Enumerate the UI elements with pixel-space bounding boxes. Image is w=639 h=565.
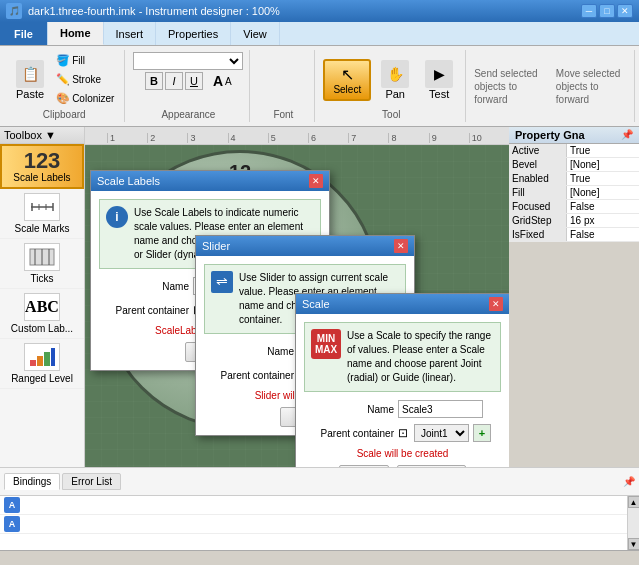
- send-label[interactable]: Send selected objects to forward: [474, 67, 546, 106]
- appearance-group-label: Appearance: [161, 107, 215, 120]
- property-grid: Property Gna 📌 Active True Bevel [None] …: [509, 127, 639, 467]
- paste-button[interactable]: 📋 Paste: [10, 56, 50, 104]
- tab-view[interactable]: View: [231, 22, 280, 45]
- minimize-button[interactable]: ─: [581, 4, 597, 18]
- svg-rect-12: [51, 348, 55, 366]
- scale-info: MINMAX Use a Scale to specify the range …: [304, 322, 501, 392]
- pan-label: Pan: [385, 88, 405, 100]
- stroke-icon: ✏️: [56, 73, 70, 86]
- toolbox-item-custom-labels-label: Custom Lab...: [11, 323, 73, 334]
- pan-button[interactable]: ✋ Pan: [375, 56, 415, 104]
- select-icon: ↖: [333, 65, 361, 84]
- status-bar: [0, 550, 639, 565]
- fill-label: Fill: [72, 55, 85, 66]
- ribbon-group-clipboard: 📋 Paste 🪣 Fill ✏️ Stroke 🎨 Colonizer: [4, 50, 125, 122]
- prop-row-active: Active True: [509, 144, 639, 158]
- svg-rect-9: [30, 360, 36, 366]
- toolbox-header[interactable]: Toolbox ▼: [0, 127, 84, 144]
- custom-labels-icon: ABC: [24, 293, 60, 321]
- ribbon-group-tool: ↖ Select ✋ Pan ▶ Test Tool: [317, 50, 466, 122]
- scale-buttons: OK Cancel: [304, 465, 501, 467]
- bindings-content: A A ▲ ▼: [0, 495, 639, 550]
- underline-button[interactable]: U: [185, 72, 203, 90]
- prop-row-focused: Focused False: [509, 200, 639, 214]
- bindings-scroll-up[interactable]: ▲: [628, 496, 640, 508]
- ranged-level-icon: [24, 343, 60, 371]
- paste-label: Paste: [16, 88, 44, 100]
- slider-close-button[interactable]: ✕: [394, 239, 408, 253]
- font-size-large: A: [213, 73, 223, 89]
- binding-icon-0: A: [4, 497, 20, 513]
- bindings-list: A A: [0, 496, 627, 550]
- toolbox: Toolbox ▼ 123 Scale Labels: [0, 127, 85, 467]
- select-tool-button[interactable]: ↖ Select: [323, 59, 371, 101]
- scale-parent-select[interactable]: Joint1: [414, 424, 469, 442]
- prop-row-fill: Fill [None]: [509, 186, 639, 200]
- pan-icon: ✋: [381, 60, 409, 88]
- ribbon-group-send: Send selected objects to forward Move se…: [468, 50, 635, 122]
- close-button[interactable]: ✕: [617, 4, 633, 18]
- maximize-button[interactable]: □: [599, 4, 615, 18]
- scale-close-button[interactable]: ✕: [489, 297, 503, 311]
- svg-rect-11: [44, 352, 50, 366]
- scale-labels-dialog-title[interactable]: Scale Labels ✕: [91, 171, 329, 191]
- scale-marks-icon: [24, 193, 60, 221]
- scale-add-button[interactable]: +: [473, 424, 491, 442]
- canvas-surface[interactable]: 12 8 7 6 Scale Labels ✕ i Use Scale Labe…: [85, 145, 509, 467]
- test-label: Test: [429, 88, 449, 100]
- move-label[interactable]: Move selected objects to forward: [556, 67, 628, 106]
- font-family-select[interactable]: [133, 52, 243, 70]
- toolbox-item-scale-label: Scale Labels: [13, 172, 70, 183]
- prop-grid-pin[interactable]: 📌: [621, 129, 633, 141]
- test-button[interactable]: ▶ Test: [419, 56, 459, 104]
- slider-dialog-title[interactable]: Slider ✕: [196, 236, 414, 256]
- window-controls: ─ □ ✕: [581, 4, 633, 18]
- toolbox-item-ticks[interactable]: Ticks: [0, 239, 84, 289]
- toolbox-item-scale-element[interactable]: 123 Scale Labels: [0, 144, 84, 189]
- scale-dialog: Scale ✕ MINMAX Use a Scale to specify th…: [295, 293, 509, 467]
- tool-group-label: Tool: [382, 107, 400, 120]
- scale-status: Scale will be created: [304, 448, 501, 459]
- bindings-tab[interactable]: Bindings: [4, 473, 60, 490]
- clipboard-group-label: Clipboard: [43, 107, 86, 120]
- bindings-scroll-down[interactable]: ▼: [628, 538, 640, 550]
- font-size-small: A: [225, 76, 232, 87]
- binding-row-0: A: [0, 496, 627, 515]
- font-group-content: [258, 52, 308, 107]
- scale-ok-button[interactable]: OK: [339, 465, 389, 467]
- ribbon-content: 📋 Paste 🪣 Fill ✏️ Stroke 🎨 Colonizer: [0, 46, 639, 126]
- scale-minmax-icon: MINMAX: [311, 329, 341, 359]
- error-list-tab[interactable]: Error List: [62, 473, 121, 490]
- toolbox-item-scale-marks[interactable]: Scale Marks: [0, 189, 84, 239]
- tool-buttons: ↖ Select ✋ Pan ▶ Test: [323, 52, 459, 107]
- colonizer-label: Colonizer: [72, 93, 114, 104]
- clipboard-buttons: 📋 Paste 🪣 Fill ✏️ Stroke 🎨 Colonizer: [10, 52, 118, 107]
- colonizer-button[interactable]: 🎨 Colonizer: [52, 90, 118, 107]
- toolbox-scroll: 123 Scale Labels Scale Marks: [0, 144, 84, 424]
- toolbox-item-custom-labels[interactable]: ABC Custom Lab...: [0, 289, 84, 339]
- bold-button[interactable]: B: [145, 72, 163, 90]
- main-content: Toolbox ▼ 123 Scale Labels: [0, 127, 639, 467]
- tab-properties[interactable]: Properties: [156, 22, 231, 45]
- scale-cancel-button[interactable]: Cancel: [397, 465, 465, 467]
- fill-button[interactable]: 🪣 Fill: [52, 52, 118, 69]
- tab-home[interactable]: Home: [48, 22, 104, 45]
- scale-labels-close-button[interactable]: ✕: [309, 174, 323, 188]
- toolbox-item-ticks-label: Ticks: [31, 273, 54, 284]
- font-group-label: Font: [273, 107, 293, 120]
- stroke-button[interactable]: ✏️ Stroke: [52, 71, 118, 88]
- property-grid-header: Property Gna 📌: [509, 127, 639, 144]
- ticks-icon: [24, 243, 60, 271]
- select-label: Select: [333, 84, 361, 95]
- scale-name-input[interactable]: [398, 400, 483, 418]
- bindings-pin[interactable]: 📌: [623, 476, 635, 487]
- italic-button[interactable]: I: [165, 72, 183, 90]
- prop-row-isfixed: IsFixed False: [509, 228, 639, 242]
- tab-insert[interactable]: Insert: [104, 22, 157, 45]
- tab-file[interactable]: File: [0, 22, 48, 45]
- app-icon: 🎵: [6, 3, 22, 19]
- bindings-tabs: Bindings Error List: [4, 473, 121, 490]
- toolbox-item-ranged-level[interactable]: Ranged Level: [0, 339, 84, 389]
- scale-dialog-title[interactable]: Scale ✕: [296, 294, 509, 314]
- stroke-label: Stroke: [72, 74, 101, 85]
